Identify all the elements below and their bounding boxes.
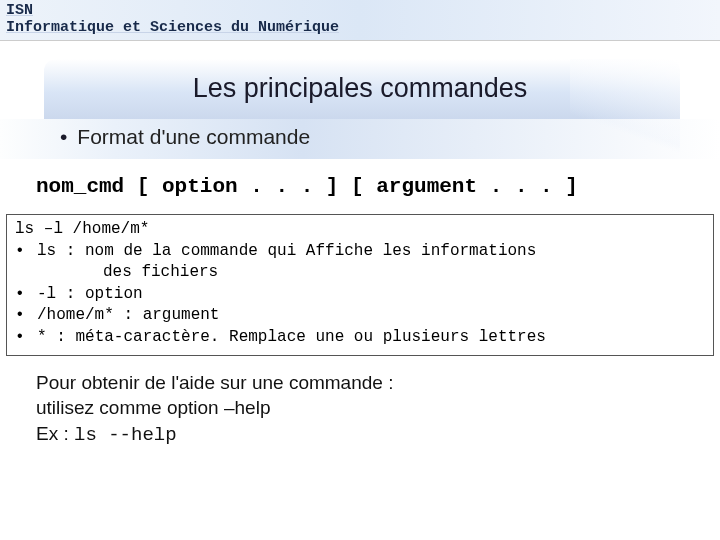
- bullet-icon: •: [15, 305, 37, 327]
- bullet-format: •Format d'une commande: [0, 119, 720, 159]
- command-syntax: nom_cmd [ option . . . ] [ argument . . …: [0, 159, 720, 208]
- note-line-3: Ex : ls --help: [36, 421, 720, 449]
- title-band: Les principales commandes: [0, 59, 720, 119]
- example-command: ls –l /home/m*: [15, 219, 705, 241]
- example-item-2: /home/m* : argument: [37, 305, 219, 327]
- example-item-1: -l : option: [37, 284, 143, 306]
- header-line-2: Informatique et Sciences du Numérique: [6, 19, 714, 36]
- bullet-icon: •: [15, 284, 37, 306]
- list-item: •ls : nom de la commande qui Affiche les…: [15, 241, 705, 263]
- example-item-3: * : méta-caractère. Remplace une ou plus…: [37, 327, 546, 349]
- list-item: •* : méta-caractère. Remplace une ou plu…: [15, 327, 705, 349]
- example-item-0-cont: des fichiers: [15, 262, 705, 284]
- note-line-2: utilisez comme option –help: [36, 395, 720, 421]
- example-item-0: ls : nom de la commande qui Affiche les …: [37, 241, 536, 263]
- header-line-1: ISN: [6, 2, 714, 19]
- slide-header: ISN Informatique et Sciences du Numériqu…: [0, 0, 720, 41]
- note-line-1: Pour obtenir de l'aide sur une commande …: [36, 370, 720, 396]
- bullet-text: Format d'une commande: [77, 125, 310, 148]
- bullet-icon: •: [15, 241, 37, 263]
- slide-title: Les principales commandes: [0, 73, 720, 104]
- help-note: Pour obtenir de l'aide sur une commande …: [36, 370, 720, 449]
- example-box: ls –l /home/m* •ls : nom de la commande …: [6, 214, 714, 356]
- list-item: •/home/m* : argument: [15, 305, 705, 327]
- bullet-icon: •: [15, 327, 37, 349]
- list-item: •-l : option: [15, 284, 705, 306]
- bullet-dot-icon: •: [60, 125, 67, 148]
